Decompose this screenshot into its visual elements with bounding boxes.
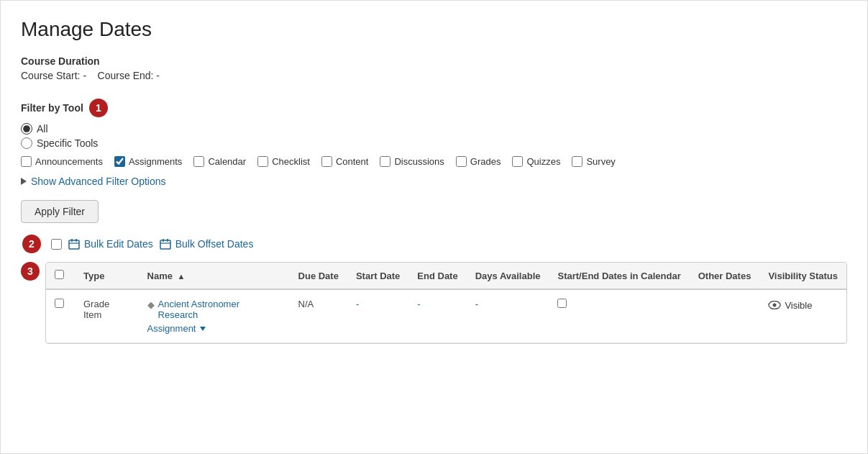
cb-grades[interactable] <box>456 156 467 167</box>
col-end-date: End Date <box>408 263 466 289</box>
radio-all-text: All <box>37 123 48 135</box>
cb-grades-text: Grades <box>470 156 501 167</box>
row-other-dates <box>690 289 760 343</box>
table-header-row: Type Name ▲ Due Date Start Date <box>46 263 846 289</box>
grade-item-icon: ◆ <box>147 299 155 310</box>
col-start-date: Start Date <box>347 263 408 289</box>
course-start-label: Course Start: <box>21 70 80 81</box>
radio-all[interactable] <box>21 123 32 135</box>
course-duration-label: Course Duration <box>21 55 847 67</box>
cb-checklist-text: Checklist <box>272 156 310 167</box>
bulk-offset-dates-button[interactable]: Bulk Offset Dates <box>159 237 254 250</box>
bulk-edit-dates-button[interactable]: Bulk Edit Dates <box>68 237 153 250</box>
filter-by-tool-label: Filter by Tool <box>21 102 83 114</box>
page-title: Manage Dates <box>21 18 847 41</box>
row-days-available: - <box>467 289 549 343</box>
cb-discussions-label[interactable]: Discussions <box>380 156 444 167</box>
assignment-chevron-icon <box>200 327 206 331</box>
table-section: 3 Type Name ▲ <box>21 262 847 344</box>
col-type: Type <box>75 263 139 289</box>
filter-section: Filter by Tool 1 All Specific Tools Anno… <box>21 99 847 187</box>
cb-discussions-text: Discussions <box>394 156 444 167</box>
name-icon-row: ◆ Ancient Astronomer Research <box>147 299 281 320</box>
cb-calendar-label[interactable]: Calendar <box>193 156 246 167</box>
name-link[interactable]: Ancient Astronomer Research <box>158 299 281 320</box>
bulk-offset-calendar-icon <box>159 237 172 250</box>
assignment-link[interactable]: Assignment <box>147 323 196 334</box>
toggle-triangle-icon <box>21 178 27 185</box>
col-calendar-dates: Start/End Dates in Calendar <box>549 263 689 289</box>
visible-badge: Visible <box>768 299 838 312</box>
course-end-value: - <box>156 70 160 81</box>
step-badge-2: 2 <box>22 235 41 253</box>
assignment-label-row: Assignment <box>147 323 281 334</box>
table-wrapper: Type Name ▲ Due Date Start Date <box>45 262 847 344</box>
cb-survey-text: Survey <box>586 156 615 167</box>
header-checkbox-cell <box>46 263 75 289</box>
select-all-checkbox[interactable] <box>51 239 62 250</box>
col-name[interactable]: Name ▲ <box>139 263 290 289</box>
visible-label: Visible <box>785 300 812 311</box>
calendar-dates-checkbox[interactable] <box>557 299 567 308</box>
table-row: Grade Item ◆ Ancient Astronomer Research… <box>46 289 846 343</box>
row-start-date: - <box>347 289 408 343</box>
filter-by-tool-row: Filter by Tool 1 <box>21 99 847 117</box>
row-checkbox[interactable] <box>55 299 64 308</box>
page-container: Manage Dates Course Duration Course Star… <box>0 0 868 454</box>
cb-assignments-text: Assignments <box>129 156 182 167</box>
sort-arrow-icon: ▲ <box>178 272 186 281</box>
cb-calendar-text: Calendar <box>208 156 246 167</box>
step-badge-1: 1 <box>89 99 108 117</box>
course-start-value: - <box>83 70 86 81</box>
cb-announcements-label[interactable]: Announcements <box>21 156 103 167</box>
svg-point-9 <box>773 304 777 307</box>
cb-survey[interactable] <box>572 156 583 167</box>
radio-all-label[interactable]: All <box>21 123 847 135</box>
cb-grades-label[interactable]: Grades <box>456 156 501 167</box>
bulk-offset-dates-label: Bulk Offset Dates <box>175 238 254 250</box>
radio-group: All Specific Tools <box>21 123 847 149</box>
header-select-all[interactable] <box>55 270 64 279</box>
advanced-filter-label: Show Advanced Filter Options <box>31 176 166 187</box>
svg-rect-0 <box>69 240 79 249</box>
svg-rect-4 <box>160 240 170 249</box>
row-end-date: - <box>408 289 466 343</box>
cb-content[interactable] <box>321 156 332 167</box>
col-other-dates: Other Dates <box>690 263 760 289</box>
cb-quizzes-text: Quizzes <box>526 156 560 167</box>
row-calendar-dates <box>549 289 689 343</box>
cb-calendar[interactable] <box>193 156 204 167</box>
dates-table: Type Name ▲ Due Date Start Date <box>46 263 846 343</box>
eye-icon <box>768 299 781 312</box>
row-due-date: N/A <box>290 289 347 343</box>
cb-content-text: Content <box>336 156 369 167</box>
cb-content-label[interactable]: Content <box>321 156 369 167</box>
bulk-edit-calendar-icon <box>68 237 81 250</box>
cb-assignments[interactable] <box>114 156 125 167</box>
cb-survey-label[interactable]: Survey <box>572 156 615 167</box>
cb-announcements[interactable] <box>21 156 32 167</box>
bulk-actions-row: 2 Bulk Edit Dates <box>21 235 847 253</box>
radio-specific[interactable] <box>21 137 32 149</box>
radio-specific-text: Specific Tools <box>37 137 98 149</box>
cb-checklist-label[interactable]: Checklist <box>257 156 310 167</box>
checkboxes-row: Announcements Assignments Calendar Check… <box>21 156 847 167</box>
cb-quizzes[interactable] <box>512 156 523 167</box>
col-visibility-status: Visibility Status <box>759 263 846 289</box>
cb-announcements-text: Announcements <box>35 156 103 167</box>
show-advanced-filter-button[interactable]: Show Advanced Filter Options <box>21 176 166 187</box>
cb-assignments-label[interactable]: Assignments <box>114 156 182 167</box>
course-end-label: Course End: <box>98 70 154 81</box>
col-days-available: Days Available <box>467 263 549 289</box>
row-checkbox-cell <box>46 289 75 343</box>
cb-quizzes-label[interactable]: Quizzes <box>512 156 560 167</box>
name-cell: ◆ Ancient Astronomer Research Assignment <box>147 299 281 334</box>
row-type: Grade Item <box>75 289 139 343</box>
bulk-edit-dates-label: Bulk Edit Dates <box>84 238 153 250</box>
bulk-row-left: 2 Bulk Edit Dates <box>21 235 253 253</box>
cb-checklist[interactable] <box>257 156 268 167</box>
apply-filter-button[interactable]: Apply Filter <box>21 200 99 223</box>
cb-discussions[interactable] <box>380 156 390 167</box>
col-due-date: Due Date <box>290 263 347 289</box>
radio-specific-label[interactable]: Specific Tools <box>21 137 847 149</box>
